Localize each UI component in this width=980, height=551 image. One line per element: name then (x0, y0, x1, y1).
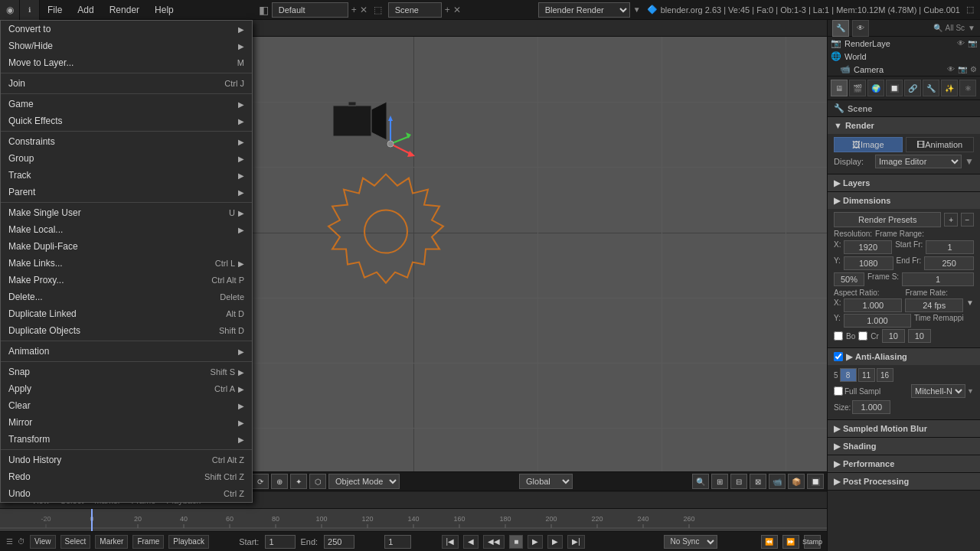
jump-to-end-btn[interactable]: ▶| (567, 535, 585, 549)
render-icon-r[interactable]: 📷 (968, 39, 977, 47)
workspace-name-input[interactable] (272, 2, 348, 18)
transport-select-btn[interactable]: Select (60, 535, 91, 549)
tab-object[interactable]: 🔲 (886, 80, 903, 96)
pp-section-header[interactable]: ▶ Post Processing (828, 473, 980, 490)
tree-item-camera[interactable]: 📹 Camera 👁 📷 ⚙ (828, 63, 980, 76)
visibility-icon-c[interactable]: 👁 (947, 65, 955, 73)
aa-11-btn[interactable]: 11 (858, 368, 875, 382)
tree-item-renderlayer[interactable]: 📷 RenderLaye 👁 📷 (828, 37, 980, 50)
mode-icon4[interactable]: ✦ (290, 474, 307, 489)
end-frame-input[interactable] (324, 535, 354, 549)
menu-constraints[interactable]: Constraints ▶ (1, 133, 252, 150)
menu-make-links[interactable]: Make Links... Ctrl L ▶ (1, 255, 252, 272)
scene-add-btn[interactable]: + (445, 5, 450, 15)
menu-add[interactable]: Add (70, 0, 101, 20)
preset-add-btn[interactable]: + (944, 213, 957, 227)
menu-apply[interactable]: Apply Ctrl A ▶ (1, 380, 252, 397)
menu-convert-to[interactable]: Convert to ▶ (1, 21, 252, 37)
cr-val[interactable]: 10 (908, 329, 931, 343)
transport-icon2[interactable]: ⏩ (782, 535, 799, 549)
menu-parent[interactable]: Parent ▶ (1, 184, 252, 201)
transport-icon1[interactable]: ⏪ (761, 535, 778, 549)
menu-move-to-layer[interactable]: Move to Layer... M (1, 54, 252, 71)
scene-close-btn[interactable]: ✕ (453, 5, 461, 15)
transport-view-btn[interactable]: View (30, 535, 56, 549)
tab-particles[interactable]: ✨ (941, 80, 958, 96)
smb-section-header[interactable]: ▶ Sampled Motion Blur (828, 420, 980, 437)
full-sample-checkbox[interactable] (834, 386, 843, 396)
engine-select[interactable]: Blender Render (538, 2, 630, 18)
menu-group[interactable]: Group ▶ (1, 150, 252, 167)
mode-right-icon5[interactable]: 📹 (769, 474, 786, 489)
cr-checkbox[interactable] (858, 331, 867, 341)
tab-render[interactable]: 🖥 (831, 80, 848, 96)
image-render-btn[interactable]: 🖼 Image (834, 137, 903, 152)
transport-frame-btn[interactable]: Frame (132, 535, 164, 549)
jump-to-start-btn[interactable]: |◀ (442, 535, 459, 549)
tab-scene[interactable]: 🎬 (849, 80, 866, 96)
transport-marker-btn[interactable]: Marker (95, 535, 128, 549)
bo-val[interactable]: 10 (882, 329, 905, 343)
frames-val[interactable]: 1 (902, 272, 974, 286)
dimensions-section-header[interactable]: ▶ Dimensions (828, 192, 980, 209)
render-icon-c[interactable]: 📷 (958, 65, 967, 73)
workspace-close-btn[interactable]: ✕ (360, 5, 368, 15)
bo-checkbox[interactable] (834, 331, 843, 341)
res-y-input[interactable]: 1080 (844, 256, 893, 270)
menu-join[interactable]: Join Ctrl J (1, 75, 252, 92)
render-presets-btn[interactable]: Render Presets (834, 212, 941, 227)
menu-track[interactable]: Track ▶ (1, 167, 252, 184)
menu-animation[interactable]: Animation ▶ (1, 343, 252, 360)
menu-duplicate-objects[interactable]: Duplicate Objects Shift D (1, 322, 252, 339)
step-forward-btn[interactable]: ▶ (547, 535, 563, 549)
res-x-input[interactable]: 1920 (844, 240, 892, 254)
menu-make-proxy[interactable]: Make Proxy... Ctrl Alt P (1, 272, 252, 289)
aa-size-input[interactable] (852, 400, 890, 414)
layers-section-header[interactable]: ▶ Layers (828, 174, 980, 191)
scene-name-input[interactable] (388, 2, 442, 18)
menu-make-local[interactable]: Make Local... ▶ (1, 221, 252, 238)
visibility-icon-r[interactable]: 👁 (957, 39, 965, 47)
mode-right-icon2[interactable]: ⊞ (711, 474, 728, 489)
menu-delete[interactable]: Delete... Delete (1, 289, 252, 305)
stop-btn[interactable]: ■ (509, 535, 523, 549)
aa-8-btn[interactable]: 8 (840, 368, 857, 382)
menu-undo-history[interactable]: Undo History Ctrl Alt Z (1, 452, 252, 468)
fps-val[interactable]: 24 fps (905, 298, 963, 312)
display-select[interactable]: Image Editor (875, 155, 962, 168)
object-mode-select[interactable]: Object Mode Edit Mode (328, 474, 400, 489)
mode-right-icon1[interactable]: 🔍 (692, 474, 709, 489)
menu-render[interactable]: Render (102, 0, 147, 20)
menu-undo[interactable]: Undo Ctrl Z (1, 485, 252, 502)
panel-icon-props[interactable]: 🔧 (832, 20, 849, 37)
tab-world[interactable]: 🌍 (867, 80, 884, 96)
render-section-header[interactable]: ▼ Render (828, 117, 980, 134)
sync-select[interactable]: No Sync (664, 535, 717, 549)
panel-icon-view[interactable]: 👁 (852, 20, 869, 37)
end-frame-val[interactable]: 250 (924, 256, 974, 270)
aspect-y-val[interactable]: 1.000 (844, 314, 911, 328)
shading-section-header[interactable]: ▶ Shading (828, 438, 980, 455)
settings-icon-c[interactable]: ⚙ (970, 65, 977, 73)
layers-icon[interactable]: All Sc (946, 24, 965, 32)
menu-show-hide[interactable]: Show/Hide ▶ (1, 37, 252, 54)
aa-16-btn[interactable]: 16 (877, 368, 893, 382)
mode-right-icon4[interactable]: ⊠ (750, 474, 766, 489)
play-btn[interactable]: ▶ (528, 535, 543, 549)
menu-redo[interactable]: Redo Shift Ctrl Z (1, 468, 252, 485)
current-frame-input[interactable] (384, 535, 411, 549)
menu-duplicate-linked[interactable]: Duplicate Linked Alt D (1, 305, 252, 322)
start-frame-input[interactable] (265, 535, 296, 549)
pivot-select[interactable]: Global Local (519, 474, 573, 489)
mode-right-icon7[interactable]: 🔲 (807, 474, 824, 489)
transport-menu-icon[interactable]: ☰ (6, 537, 13, 546)
mode-right-icon6[interactable]: 📦 (788, 474, 805, 489)
play-reverse-btn[interactable]: ◀◀ (483, 535, 505, 549)
tab-modifier[interactable]: 🔧 (923, 80, 939, 96)
workspace-add-btn[interactable]: + (351, 5, 357, 15)
mode-right-icon3[interactable]: ⊟ (730, 474, 747, 489)
aa-section-header[interactable]: ▶ Anti-Aliasing (828, 348, 980, 365)
stamp-btn[interactable]: Stamp (804, 535, 821, 549)
menu-file[interactable]: File (40, 0, 70, 20)
menu-clear[interactable]: Clear ▶ (1, 397, 252, 414)
